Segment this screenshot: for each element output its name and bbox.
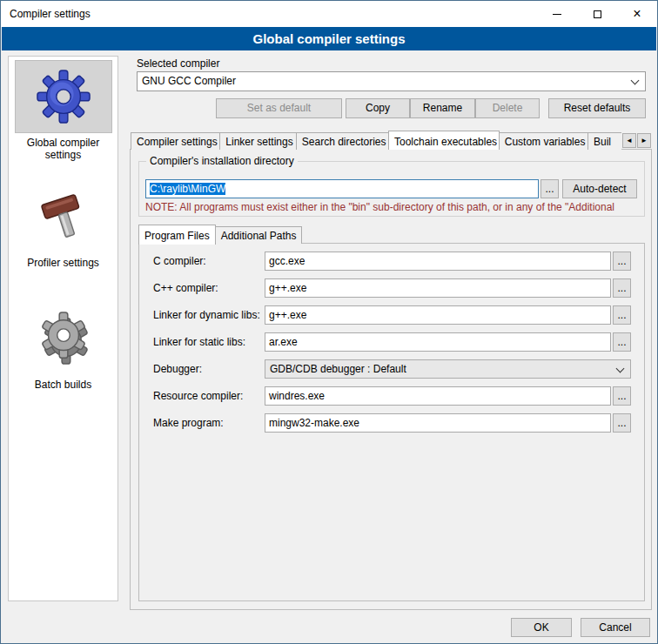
c-compiler-input[interactable]: gcc.exe: [265, 252, 611, 271]
maximize-button[interactable]: [577, 1, 617, 27]
install-dir-browse-button[interactable]: ...: [540, 179, 559, 198]
main-tabs: Compiler settings Linker settings Search…: [131, 130, 621, 150]
selected-compiler-label: Selected compiler: [137, 57, 219, 70]
make-program-value: mingw32-make.exe: [269, 417, 359, 429]
tab-compiler-settings[interactable]: Compiler settings: [131, 132, 220, 150]
tab-custom-variables[interactable]: Custom variables: [499, 132, 588, 150]
cpp-compiler-input[interactable]: g++.exe: [265, 278, 611, 298]
close-button[interactable]: ×: [617, 1, 657, 27]
icon-box: [15, 180, 112, 253]
maximize-icon: [594, 10, 601, 18]
header-banner: Global compiler settings: [2, 27, 656, 50]
make-program-input[interactable]: mingw32-make.exe: [265, 413, 611, 433]
reset-defaults-button[interactable]: Reset defaults: [548, 98, 646, 118]
subtab-program-files[interactable]: Program Files: [138, 225, 216, 245]
cpp-compiler-value: g++.exe: [269, 282, 306, 294]
window-controls: ×: [537, 1, 657, 27]
right-arrow-icon: ►: [641, 137, 648, 144]
sub-tabs: Program Files Additional Paths: [138, 224, 301, 244]
cpp-compiler-browse-button[interactable]: ...: [613, 278, 631, 298]
close-icon: ×: [633, 7, 641, 21]
dynamic-linker-label: Linker for dynamic libs:: [153, 309, 260, 321]
debugger-label: Debugger:: [153, 363, 202, 375]
autodetect-button[interactable]: Auto-detect: [562, 179, 637, 198]
left-arrow-icon: ◄: [626, 137, 633, 144]
sidebar-item-label: Profiler settings: [15, 257, 112, 269]
debugger-value: GDB/CDB debugger : Default: [270, 363, 406, 375]
sidebar-item-label: Global compiler settings: [15, 137, 112, 161]
tab-scroll-left-button[interactable]: ◄: [622, 133, 636, 148]
sidebar-item-global-compiler-settings[interactable]: Global compiler settings: [9, 57, 118, 161]
hammer-icon: [37, 190, 91, 244]
make-program-browse-button[interactable]: ...: [613, 413, 631, 433]
dynamic-linker-input[interactable]: g++.exe: [265, 305, 611, 325]
c-compiler-label: C compiler:: [153, 255, 206, 267]
install-dir-group-label: Compiler's installation directory: [146, 155, 298, 167]
resource-compiler-browse-button[interactable]: ...: [613, 386, 631, 406]
rename-button[interactable]: Rename: [410, 98, 475, 118]
minimize-button[interactable]: [537, 1, 577, 27]
static-linker-input[interactable]: ar.exe: [265, 332, 611, 352]
delete-button[interactable]: Delete: [475, 98, 540, 118]
resource-compiler-label: Resource compiler:: [153, 390, 243, 402]
static-linker-label: Linker for static libs:: [153, 336, 245, 348]
set-as-default-button[interactable]: Set as default: [216, 98, 342, 118]
c-compiler-value: gcc.exe: [269, 255, 305, 267]
tab-search-directories[interactable]: Search directories: [296, 132, 389, 150]
blue-gear-icon: [37, 70, 91, 124]
compiler-select[interactable]: GNU GCC Compiler: [137, 71, 646, 91]
tab-linker-settings[interactable]: Linker settings: [219, 132, 297, 150]
sidebar-item-profiler-settings[interactable]: Profiler settings: [9, 177, 118, 269]
compiler-select-value: GNU GCC Compiler: [142, 75, 236, 87]
static-linker-browse-button[interactable]: ...: [613, 332, 631, 352]
cpp-compiler-label: C++ compiler:: [153, 282, 218, 294]
subtab-additional-paths[interactable]: Additional Paths: [215, 226, 303, 244]
install-dir-input[interactable]: C:\raylib\MinGW: [145, 179, 539, 198]
minimize-icon: [553, 14, 561, 15]
banner-title: Global compiler settings: [252, 31, 405, 46]
c-compiler-browse-button[interactable]: ...: [613, 252, 631, 271]
static-linker-value: ar.exe: [269, 336, 298, 348]
dynamic-linker-value: g++.exe: [269, 309, 306, 321]
window-title: Compiler settings: [1, 8, 91, 20]
tab-toolchain-executables[interactable]: Toolchain executables: [388, 131, 500, 150]
cancel-button[interactable]: Cancel: [581, 618, 650, 637]
note-text: NOTE: All programs must exist either in …: [145, 201, 645, 213]
selected-item-highlight: [15, 60, 112, 133]
tab-scroll-right-button[interactable]: ►: [637, 133, 651, 148]
selected-text: C:\raylib\MinGW: [150, 183, 225, 195]
dynamic-linker-browse-button[interactable]: ...: [613, 305, 631, 325]
icon-box: [15, 302, 112, 375]
ok-button[interactable]: OK: [511, 618, 572, 637]
resource-compiler-input[interactable]: windres.exe: [265, 386, 611, 406]
make-program-label: Make program:: [153, 417, 224, 429]
sidebar-item-batch-builds[interactable]: Batch builds: [9, 299, 118, 391]
tab-build-options[interactable]: Buil: [588, 132, 621, 150]
sidebar-item-label: Batch builds: [15, 379, 112, 391]
gray-gears-icon: [37, 312, 91, 366]
sidebar: Global compiler settings Profiler settin…: [8, 56, 118, 601]
debugger-select[interactable]: GDB/CDB debugger : Default: [265, 359, 631, 379]
copy-button[interactable]: Copy: [346, 98, 410, 118]
title-bar[interactable]: Compiler settings ×: [1, 1, 657, 27]
resource-compiler-value: windres.exe: [269, 390, 325, 402]
compiler-settings-dialog: Compiler settings × Global compiler sett…: [0, 0, 658, 644]
